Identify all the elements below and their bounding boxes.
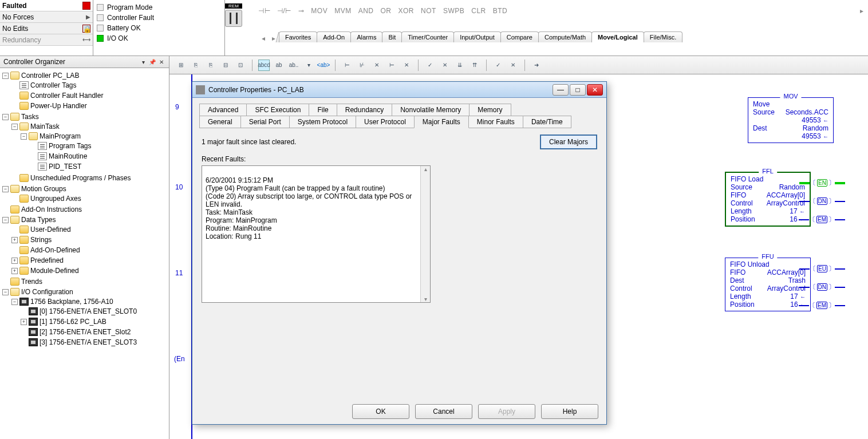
tab-addon[interactable]: Add-On (317, 31, 351, 42)
clear-majors-button[interactable]: Clear Majors (540, 135, 597, 149)
controller-properties-dialog: Controller Properties - PC_LAB — □ ✕ Adv… (192, 81, 607, 425)
tab-alarms[interactable]: Alarms (350, 31, 382, 42)
checks-panel: Program Mode Controller Fault Battery OK… (93, 0, 225, 56)
ladder-toolbar: ⊞ ⎘ ⎘ ⊟ ⊡ abcd ab ab.. ▾ <ab> ⊢ ⊬ ✕ ⊢ ✕ … (169, 56, 868, 74)
tab-compare[interactable]: Compare (500, 31, 539, 42)
ffu-instruction[interactable]: FFU FIFO Unload FIFOACCArray[0] DestTras… (725, 258, 811, 311)
organizer-title: Controller Organizer (3, 58, 65, 66)
tab-bit[interactable]: Bit (382, 31, 402, 42)
instruction-toolbar[interactable]: ⊣⊢⊣/⊢⊸ MOVMVM ANDOR XORNOT SWPBCLR BTD ▸ (258, 2, 863, 19)
dlg-tab-nvmem[interactable]: Nonvolatile Memory (392, 104, 469, 116)
dlg-tab-general[interactable]: General (199, 116, 241, 128)
recent-faults-label: Recent Faults: (202, 155, 597, 163)
tool-icon[interactable]: ✕ (507, 60, 519, 71)
tool-icon[interactable]: ⊡ (235, 60, 246, 71)
tab-timer[interactable]: Timer/Counter (401, 31, 454, 42)
tool-icon[interactable]: ab.. (288, 60, 299, 71)
tool-icon[interactable]: ✕ (401, 60, 412, 71)
close-button[interactable]: ✕ (587, 84, 603, 96)
tab-move-logical[interactable]: Move/Logical (591, 31, 644, 42)
battery-ok-label: Battery OK (107, 24, 141, 32)
mov-instruction[interactable]: MOV Move SourceSeconds.ACC 49553 ← DestR… (748, 97, 834, 143)
rung-end: (En (174, 355, 185, 363)
checkbox-icon (97, 25, 104, 31)
status-panel: Faulted No Forces▶ No Edits🔒 Redundancy⟷ (0, 0, 93, 56)
tab-prev-icon[interactable]: ◂ (258, 34, 269, 42)
tool-icon[interactable]: ⊢ (341, 60, 353, 71)
dialog-titlebar[interactable]: Controller Properties - PC_LAB — □ ✕ (192, 82, 606, 98)
status-faulted: Faulted (0, 0, 93, 11)
controller-fault-label: Controller Fault (107, 14, 154, 22)
dlg-tab-minorfaults[interactable]: Minor Faults (468, 116, 523, 128)
dlg-tab-redundancy[interactable]: Redundancy (337, 104, 392, 116)
fault-log[interactable]: 6/20/2001 9:15:12 PM (Type 04) Program F… (202, 165, 431, 303)
fault-summary: 1 major fault since last cleared. (202, 138, 296, 146)
checkbox-checked-icon (97, 35, 104, 42)
fault-icon (82, 2, 90, 10)
category-tabs: ◂ ▸ Favorites Add-On Alarms Bit Timer/Co… (258, 29, 863, 42)
key-switch-icon (225, 10, 242, 27)
tool-icon[interactable]: ⎘ (205, 60, 216, 71)
rung-number: 10 (175, 183, 183, 191)
io-ok-label: I/O OK (107, 34, 128, 42)
app-icon (196, 85, 205, 94)
cancel-button[interactable]: Cancel (415, 404, 472, 419)
tool-icon[interactable]: ab (273, 60, 285, 71)
rung-number: 11 (175, 269, 183, 277)
dropdown-icon: ▶ (86, 14, 90, 20)
ok-button[interactable]: OK (352, 404, 409, 419)
tool-icon[interactable]: ⊟ (220, 60, 231, 71)
maximize-button[interactable]: □ (570, 84, 586, 96)
tool-icon[interactable]: ⊬ (356, 60, 368, 71)
tool-icon[interactable]: ⇈ (469, 60, 480, 71)
tool-icon[interactable]: ▾ (303, 60, 314, 71)
tool-icon[interactable]: ⊢ (386, 60, 397, 71)
apply-button[interactable]: Apply (478, 404, 535, 419)
tab-io[interactable]: Input/Output (453, 31, 501, 42)
dlg-tab-userproto[interactable]: User Protocol (356, 116, 415, 128)
dropdown-icon[interactable]: ▾ (139, 58, 147, 66)
tool-icon[interactable]: ⎘ (190, 60, 202, 71)
dlg-tab-file[interactable]: File (309, 104, 337, 116)
rem-panel: REM (225, 0, 236, 56)
close-icon[interactable]: ✕ (157, 58, 165, 66)
tab-compute[interactable]: Compute/Math (538, 31, 592, 42)
program-mode-label: Program Mode (107, 3, 152, 11)
tool-icon[interactable]: ✓ (424, 60, 436, 71)
controller-tree[interactable]: −Controller PC_LAB Controller Tags Contr… (0, 68, 169, 439)
tool-icon[interactable]: <ab> (318, 60, 329, 71)
pin-icon[interactable]: 📌 (148, 58, 156, 66)
tool-icon[interactable]: ✕ (371, 60, 382, 71)
checkbox-icon (97, 4, 104, 11)
tool-icon[interactable]: abcd (258, 60, 270, 71)
organizer-header: Controller Organizer ▾ 📌 ✕ (0, 56, 169, 68)
status-redundancy: Redundancy⟷ (0, 34, 93, 46)
tab-favorites[interactable]: Favorites (279, 31, 317, 42)
ffl-instruction[interactable]: FFL FIFO Load SourceRandom FIFOACCArray[… (725, 172, 811, 227)
minimize-button[interactable]: — (553, 84, 569, 96)
checkbox-icon (97, 14, 104, 21)
dlg-tab-datetime[interactable]: Date/Time (523, 116, 571, 128)
help-button[interactable]: Help (541, 404, 598, 419)
tool-icon[interactable]: ✓ (492, 60, 504, 71)
tool-icon[interactable]: ➜ (531, 60, 542, 71)
status-edits: No Edits🔒 (0, 23, 93, 34)
dlg-tab-serial[interactable]: Serial Port (240, 116, 290, 128)
dlg-tab-majorfaults[interactable]: Major Faults (414, 116, 469, 128)
dlg-tab-sfc[interactable]: SFC Execution (246, 104, 309, 116)
tool-icon[interactable]: ⊞ (175, 60, 187, 71)
dlg-tab-advanced[interactable]: Advanced (199, 104, 247, 116)
lock-icon: 🔒 (82, 25, 90, 33)
tab-file[interactable]: File/Misc. (644, 31, 682, 42)
tool-icon[interactable]: ⇊ (454, 60, 465, 71)
rung-number: 9 (175, 103, 179, 111)
dialog-title: Controller Properties - PC_LAB (208, 86, 553, 94)
scrollbar[interactable] (420, 166, 430, 302)
tab-next-icon[interactable]: ▸ (269, 34, 279, 42)
status-forces[interactable]: No Forces▶ (0, 11, 93, 23)
dlg-tab-sysproto[interactable]: System Protocol (289, 116, 356, 128)
dlg-tab-memory[interactable]: Memory (469, 104, 511, 116)
tool-icon[interactable]: ✕ (439, 60, 451, 71)
